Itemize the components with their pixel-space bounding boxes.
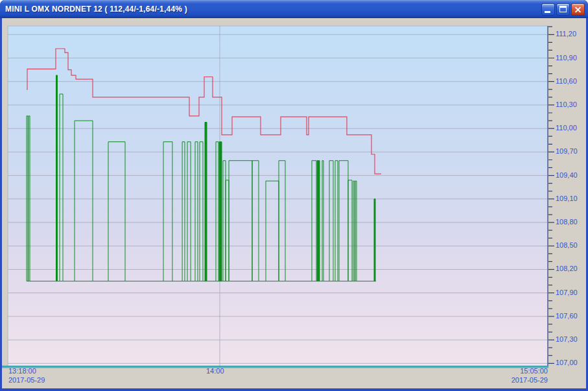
y-axis-label: 107,30	[556, 335, 585, 343]
chart-plot[interactable]	[0, 0, 588, 391]
y-axis-label: 109,40	[556, 171, 585, 179]
x-axis-start-date: 2017-05-29	[8, 376, 45, 384]
y-axis-label: 110,90	[556, 54, 585, 62]
minimize-button[interactable]	[541, 3, 555, 16]
maximize-button[interactable]	[556, 3, 570, 16]
window-controls	[541, 3, 585, 16]
window-title: MINI L OMX NORDNET 12 ( 112,44/-1,64/-1,…	[5, 0, 187, 18]
maximize-icon	[559, 6, 567, 12]
x-axis-end-time: 15:05:00	[520, 367, 548, 375]
y-axis-label: 110,60	[556, 77, 585, 85]
minimize-icon	[545, 11, 550, 13]
y-axis-label: 109,70	[556, 147, 585, 155]
x-axis-end-date: 2017-05-29	[512, 376, 548, 384]
y-axis-label: 111,20	[556, 30, 585, 38]
x-axis-mid-time: 14:00	[206, 367, 224, 375]
y-axis-label: 108,50	[556, 241, 585, 249]
y-axis-label: 109,10	[556, 195, 585, 202]
x-axis-start-time: 13:18:00	[8, 367, 36, 375]
y-axis-label: 107,00	[556, 359, 585, 366]
y-axis-label: 110,00	[556, 124, 585, 132]
y-axis-label: 107,60	[556, 312, 585, 320]
title-bar[interactable]: MINI L OMX NORDNET 12 ( 112,44/-1,64/-1,…	[0, 0, 588, 18]
y-axis-label: 107,90	[556, 289, 585, 296]
y-axis-label: 108,20	[556, 265, 585, 272]
y-axis-label: 108,80	[556, 218, 585, 226]
y-axis-label: 110,30	[556, 101, 585, 108]
close-button[interactable]	[571, 3, 585, 16]
app-window: 111,20110,90110,60110,30110,00109,70109,…	[0, 0, 588, 391]
